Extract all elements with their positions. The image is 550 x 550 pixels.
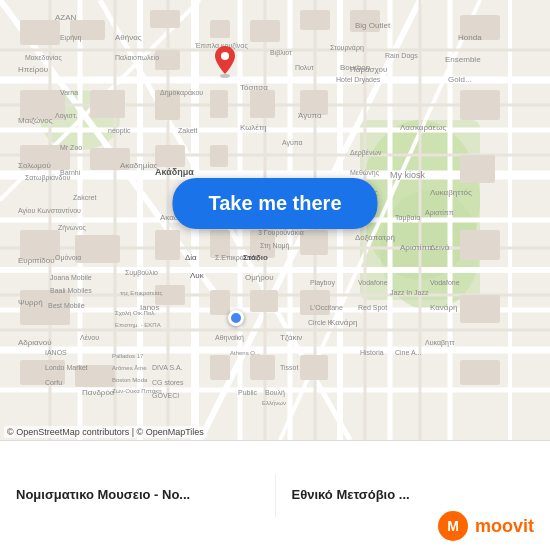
map-attribution: © OpenStreetMap contributors | © OpenMap… (4, 426, 207, 438)
svg-rect-44 (90, 90, 125, 118)
svg-text:Αθηναϊκή: Αθηναϊκή (215, 334, 244, 342)
svg-text:Αριστίππ: Αριστίππ (425, 209, 454, 217)
svg-text:Ensemble: Ensemble (445, 55, 481, 64)
svg-text:Big Outlet: Big Outlet (355, 21, 391, 30)
bottom-bar: Νομισματικο Μουσειο - Νο... Εθνικό Μετσό… (0, 440, 550, 550)
svg-text:Barnhi: Barnhi (60, 169, 81, 176)
svg-text:Παλαιοπωλείο: Παλαιοπωλείο (115, 54, 159, 61)
svg-text:Αθήνας: Αθήνας (115, 33, 142, 42)
svg-text:Ευριπίδου: Ευριπίδου (18, 256, 55, 265)
svg-text:Στουρνάρη: Στουρνάρη (330, 44, 364, 52)
svg-text:Varna: Varna (60, 89, 78, 96)
svg-rect-54 (155, 145, 185, 167)
svg-text:DIVA S.A.: DIVA S.A. (152, 364, 183, 371)
svg-text:Κωλέτη: Κωλέτη (240, 123, 267, 132)
svg-text:Playboy: Playboy (310, 279, 335, 287)
svg-text:Arômes Âme: Arômes Âme (112, 365, 147, 371)
svg-rect-42 (150, 10, 180, 28)
svg-rect-74 (300, 355, 328, 380)
svg-text:Μαιζώνος: Μαιζώνος (18, 116, 53, 125)
arrival-station[interactable]: Εθνικό Μετσόβιο ... M moovit (276, 474, 551, 516)
svg-rect-71 (250, 290, 278, 312)
svg-text:Public: Public (238, 389, 258, 396)
svg-text:Μακεδονίας: Μακεδονίας (25, 54, 62, 62)
svg-text:Baali Mobiles: Baali Mobiles (50, 287, 92, 294)
svg-text:Δερβένων: Δερβένων (350, 149, 382, 157)
moovit-logo: M moovit (437, 510, 534, 542)
svg-text:Δεινά: Δεινά (430, 243, 450, 252)
svg-text:3 Γουρούνάκια: 3 Γουρούνάκια (258, 229, 304, 237)
svg-text:L'Occitane: L'Occitane (310, 304, 343, 311)
svg-rect-78 (210, 290, 230, 315)
svg-text:Bourbon: Bourbon (340, 63, 370, 72)
svg-text:Πανδρόσ: Πανδρόσ (82, 388, 115, 397)
svg-text:της Επικρατείας: της Επικρατείας (120, 290, 162, 296)
svg-text:Επιστημ. - ΕΚΠΑ: Επιστημ. - ΕΚΠΑ (115, 322, 161, 328)
svg-text:Vodafone: Vodafone (358, 279, 388, 286)
svg-text:Ηπείρου: Ηπείρου (18, 65, 48, 74)
svg-text:Zakett: Zakett (178, 127, 198, 134)
svg-text:Ομόνοια: Ομόνοια (55, 254, 81, 262)
svg-text:Στη Νομή: Στη Νομή (260, 242, 290, 250)
svg-rect-73 (300, 290, 330, 315)
svg-text:Historia: Historia (360, 349, 384, 356)
svg-rect-65 (460, 155, 495, 183)
destination-pin (213, 46, 237, 78)
svg-text:Best Mobile: Best Mobile (48, 302, 85, 309)
svg-text:Λένου: Λένου (80, 334, 99, 341)
svg-text:Αγύπα: Αγύπα (282, 139, 303, 147)
svg-rect-66 (460, 230, 500, 260)
svg-text:Σολωμού: Σολωμού (18, 161, 51, 170)
svg-rect-76 (210, 145, 228, 167)
departure-station[interactable]: Νομισματικο Μουσειο - Νο... (0, 474, 276, 516)
moovit-icon: M (437, 510, 469, 542)
svg-text:Λυκαβηττ: Λυκαβηττ (425, 339, 455, 347)
svg-text:Ζήνωνος: Ζήνωνος (58, 224, 87, 232)
svg-text:Athens O...: Athens O... (230, 350, 260, 356)
svg-text:Βιβλιοτ: Βιβλιοτ (270, 49, 292, 57)
svg-text:Circle K: Circle K (308, 319, 333, 326)
svg-rect-70 (300, 230, 328, 255)
svg-text:Δία: Δία (185, 253, 197, 262)
svg-text:Συμβούλιο: Συμβούλιο (125, 269, 158, 277)
svg-text:Ομήρου: Ομήρου (245, 273, 274, 282)
svg-text:Κανάρη: Κανάρη (430, 303, 458, 312)
svg-text:Ταμβαία: Ταμβαία (395, 214, 420, 222)
svg-text:Red Spot: Red Spot (358, 304, 387, 312)
app-container: Ηπείρου Μαιζώνος Σολωμού Αγίου Κωνσταντί… (0, 0, 550, 550)
svg-text:Λασκαράεως: Λασκαράεως (400, 123, 446, 132)
svg-rect-60 (300, 10, 330, 30)
svg-text:Zakcret: Zakcret (73, 194, 96, 201)
svg-text:Άγυπα: Άγυπα (298, 111, 322, 120)
svg-rect-40 (20, 20, 60, 45)
svg-text:Στάδιο: Στάδιο (243, 253, 268, 262)
svg-text:Σχολή Οικ.Πολ.: Σχολή Οικ.Πολ. (115, 310, 156, 316)
svg-text:Gold...: Gold... (448, 75, 472, 84)
svg-text:Λυκ: Λυκ (190, 271, 205, 280)
svg-text:Tissot: Tissot (280, 364, 298, 371)
svg-text:Boston Moda: Boston Moda (112, 377, 148, 383)
svg-text:Joana Mobile: Joana Mobile (50, 274, 92, 281)
user-location-marker (228, 310, 244, 326)
svg-text:Λυκαβηττός: Λυκαβηττός (430, 188, 472, 197)
svg-text:Ειρήνη: Ειρήνη (60, 34, 82, 42)
svg-text:GOVECI: GOVECI (152, 392, 179, 399)
svg-point-182 (220, 74, 230, 78)
svg-text:Ακαδημίας: Ακαδημίας (120, 161, 158, 170)
svg-text:AZAN: AZAN (55, 13, 77, 22)
svg-text:Κανάρη: Κανάρη (330, 318, 358, 327)
take-me-there-button[interactable]: Take me there (172, 178, 377, 229)
svg-text:M: M (447, 518, 459, 534)
svg-text:Rain Dogs: Rain Dogs (385, 52, 418, 60)
moovit-text: moovit (475, 516, 534, 537)
svg-rect-68 (460, 360, 500, 385)
svg-text:Mr Zoo: Mr Zoo (60, 144, 82, 151)
svg-text:Δοξαπατρή: Δοξαπατρή (355, 233, 395, 242)
svg-text:Λογιστ.: Λογιστ. (55, 112, 78, 120)
svg-text:Αγίου Κωνσταντίνου: Αγίου Κωνσταντίνου (18, 207, 81, 215)
svg-rect-57 (210, 20, 230, 38)
svg-rect-59 (250, 90, 275, 118)
svg-text:Corfu: Corfu (45, 379, 62, 386)
departure-station-name: Νομισματικο Μουσειο - Νο... (16, 486, 259, 504)
svg-rect-67 (460, 295, 500, 323)
